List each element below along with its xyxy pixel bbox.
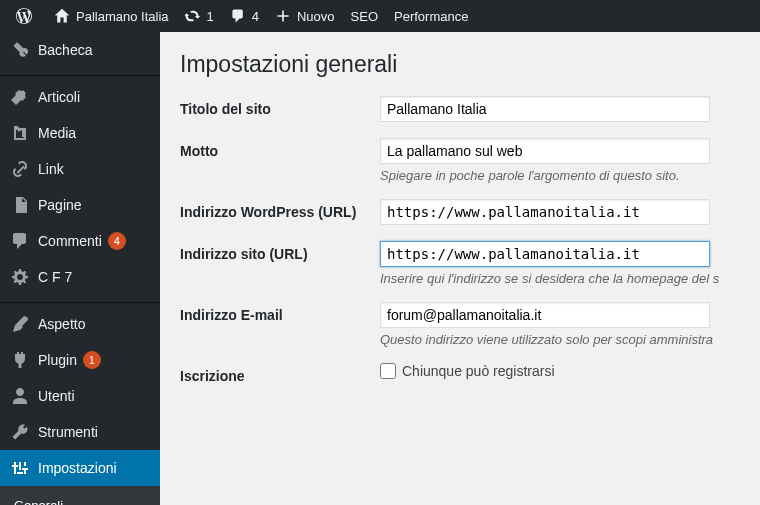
site-name-link[interactable]: Pallamano Italia [46, 0, 177, 32]
plugins-badge: 1 [83, 351, 101, 369]
brush-icon [10, 314, 30, 334]
media-icon [10, 123, 30, 143]
menu-separator [0, 298, 160, 303]
site-name-text: Pallamano Italia [76, 9, 169, 24]
sidebar-item-label: Media [38, 125, 76, 141]
home-icon [54, 8, 70, 24]
sidebar-item-label: Utenti [38, 388, 75, 404]
sidebar-item-tools[interactable]: Strumenti [0, 414, 160, 450]
pin-icon [10, 87, 30, 107]
comments-count: 4 [252, 9, 259, 24]
performance-link[interactable]: Performance [386, 0, 476, 32]
sidebar-item-users[interactable]: Utenti [0, 378, 160, 414]
plus-icon [275, 8, 291, 24]
label-membership: Iscrizione [180, 363, 380, 384]
sidebar-item-label: Impostazioni [38, 460, 117, 476]
membership-checkbox-text: Chiunque può registrarsi [402, 363, 555, 379]
input-email[interactable] [380, 302, 710, 328]
sidebar-item-dashboard[interactable]: Bacheca [0, 32, 160, 68]
submenu-label: Generali [14, 498, 63, 505]
sidebar-item-label: Articoli [38, 89, 80, 105]
gear-icon [10, 267, 30, 287]
page-title: Impostazioni generali [180, 42, 740, 96]
desc-tagline: Spiegare in poche parole l'argomento di … [380, 168, 740, 183]
input-membership-checkbox[interactable] [380, 363, 396, 379]
menu-separator [0, 71, 160, 76]
updates-count: 1 [207, 9, 214, 24]
update-icon [185, 8, 201, 24]
admin-sidebar: Bacheca Articoli Media Link Pagine Comme… [0, 32, 160, 505]
sidebar-item-pages[interactable]: Pagine [0, 187, 160, 223]
row-site-url: Indirizzo sito (URL) Inserire qui l'indi… [180, 241, 740, 286]
updates-link[interactable]: 1 [177, 0, 222, 32]
wordpress-icon [16, 8, 32, 24]
submenu-item-general[interactable]: Generali [0, 492, 160, 505]
comment-icon [230, 8, 246, 24]
row-email: Indirizzo E-mail Questo indirizzo viene … [180, 302, 740, 347]
sidebar-item-cf7[interactable]: C F 7 [0, 259, 160, 295]
sidebar-item-media[interactable]: Media [0, 115, 160, 151]
row-site-title: Titolo del sito [180, 96, 740, 122]
user-icon [10, 386, 30, 406]
new-label: Nuovo [297, 9, 335, 24]
sidebar-item-label: Link [38, 161, 64, 177]
desc-email: Questo indirizzo viene utilizzato solo p… [380, 332, 740, 347]
sliders-icon [10, 458, 30, 478]
performance-label: Performance [394, 9, 468, 24]
seo-label: SEO [351, 9, 378, 24]
sidebar-item-label: Aspetto [38, 316, 85, 332]
comments-badge: 4 [108, 232, 126, 250]
row-tagline: Motto Spiegare in poche parole l'argomen… [180, 138, 740, 183]
row-membership: Iscrizione Chiunque può registrarsi [180, 363, 740, 384]
label-site-url: Indirizzo sito (URL) [180, 241, 380, 286]
sidebar-item-label: Pagine [38, 197, 82, 213]
sidebar-item-label: Commenti [38, 233, 102, 249]
input-site-url[interactable] [380, 241, 710, 267]
page-icon [10, 195, 30, 215]
label-tagline: Motto [180, 138, 380, 183]
comments-link[interactable]: 4 [222, 0, 267, 32]
membership-checkbox-label[interactable]: Chiunque può registrarsi [380, 363, 740, 379]
sidebar-item-label: Strumenti [38, 424, 98, 440]
label-site-title: Titolo del sito [180, 96, 380, 122]
desc-site-url: Inserire qui l'indirizzo se si desidera … [380, 271, 740, 286]
link-icon [10, 159, 30, 179]
sidebar-item-label: C F 7 [38, 269, 72, 285]
label-email: Indirizzo E-mail [180, 302, 380, 347]
settings-submenu: Generali [0, 486, 160, 505]
sidebar-item-label: Plugin [38, 352, 77, 368]
row-wp-url: Indirizzo WordPress (URL) [180, 199, 740, 225]
sidebar-item-links[interactable]: Link [0, 151, 160, 187]
sidebar-item-label: Bacheca [38, 42, 92, 58]
sidebar-item-posts[interactable]: Articoli [0, 79, 160, 115]
label-wp-url: Indirizzo WordPress (URL) [180, 199, 380, 225]
sidebar-item-plugins[interactable]: Plugin 1 [0, 342, 160, 378]
input-site-title[interactable] [380, 96, 710, 122]
main-content: Impostazioni generali Titolo del sito Mo… [160, 32, 760, 505]
dashboard-icon [10, 40, 30, 60]
sidebar-item-settings[interactable]: Impostazioni [0, 450, 160, 486]
input-tagline[interactable] [380, 138, 710, 164]
comment-icon [10, 231, 30, 251]
wp-logo[interactable] [8, 0, 46, 32]
sidebar-item-comments[interactable]: Commenti 4 [0, 223, 160, 259]
plugin-icon [10, 350, 30, 370]
new-content-link[interactable]: Nuovo [267, 0, 343, 32]
input-wp-url[interactable] [380, 199, 710, 225]
sidebar-item-appearance[interactable]: Aspetto [0, 306, 160, 342]
seo-link[interactable]: SEO [343, 0, 386, 32]
admin-bar: Pallamano Italia 1 4 Nuovo SEO Performan… [0, 0, 760, 32]
wrench-icon [10, 422, 30, 442]
